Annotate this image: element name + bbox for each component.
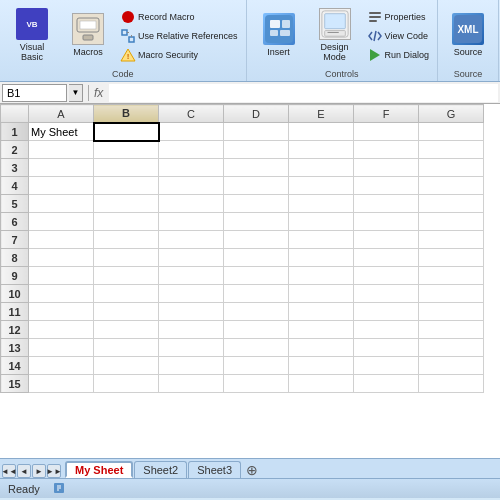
cell-G12[interactable]: [419, 321, 484, 339]
cell-A3[interactable]: [29, 159, 94, 177]
cell-E11[interactable]: [289, 303, 354, 321]
cell-D4[interactable]: [224, 177, 289, 195]
cell-D3[interactable]: [224, 159, 289, 177]
name-box[interactable]: B1: [2, 84, 67, 102]
cell-D13[interactable]: [224, 339, 289, 357]
cell-G6[interactable]: [419, 213, 484, 231]
row-header-1[interactable]: 1: [1, 123, 29, 141]
col-header-E[interactable]: E: [289, 105, 354, 123]
cell-D10[interactable]: [224, 285, 289, 303]
col-header-D[interactable]: D: [224, 105, 289, 123]
cell-A8[interactable]: [29, 249, 94, 267]
cell-A10[interactable]: [29, 285, 94, 303]
cell-B10[interactable]: [94, 285, 159, 303]
cell-F5[interactable]: [354, 195, 419, 213]
cell-A1[interactable]: My Sheet: [29, 123, 94, 141]
row-header-13[interactable]: 13: [1, 339, 29, 357]
cell-A2[interactable]: [29, 141, 94, 159]
cell-B7[interactable]: [94, 231, 159, 249]
cell-B15[interactable]: [94, 375, 159, 393]
col-header-G[interactable]: G: [419, 105, 484, 123]
cell-F8[interactable]: [354, 249, 419, 267]
cell-C8[interactable]: [159, 249, 224, 267]
cell-C12[interactable]: [159, 321, 224, 339]
cell-B4[interactable]: [94, 177, 159, 195]
cell-E10[interactable]: [289, 285, 354, 303]
sheet-tab-sheet3[interactable]: Sheet3: [188, 461, 241, 478]
cell-A13[interactable]: [29, 339, 94, 357]
design-mode-button[interactable]: Design Mode: [309, 4, 361, 66]
row-header-12[interactable]: 12: [1, 321, 29, 339]
row-header-15[interactable]: 15: [1, 375, 29, 393]
cell-E6[interactable]: [289, 213, 354, 231]
row-header-8[interactable]: 8: [1, 249, 29, 267]
cell-F4[interactable]: [354, 177, 419, 195]
cell-E12[interactable]: [289, 321, 354, 339]
cell-F1[interactable]: [354, 123, 419, 141]
cell-C15[interactable]: [159, 375, 224, 393]
cell-G15[interactable]: [419, 375, 484, 393]
cell-C5[interactable]: [159, 195, 224, 213]
row-header-6[interactable]: 6: [1, 213, 29, 231]
record-macro-button[interactable]: Record Macro: [118, 8, 240, 26]
cell-D14[interactable]: [224, 357, 289, 375]
cell-F7[interactable]: [354, 231, 419, 249]
spreadsheet-container[interactable]: A B C D E F G 1My Sheet23456789101112131…: [0, 104, 500, 458]
cell-B11[interactable]: [94, 303, 159, 321]
cell-D11[interactable]: [224, 303, 289, 321]
cell-F15[interactable]: [354, 375, 419, 393]
cell-E4[interactable]: [289, 177, 354, 195]
cell-C11[interactable]: [159, 303, 224, 321]
cell-C4[interactable]: [159, 177, 224, 195]
cell-E13[interactable]: [289, 339, 354, 357]
col-header-F[interactable]: F: [354, 105, 419, 123]
cell-B14[interactable]: [94, 357, 159, 375]
cell-D7[interactable]: [224, 231, 289, 249]
cell-D15[interactable]: [224, 375, 289, 393]
cell-E1[interactable]: [289, 123, 354, 141]
cell-F13[interactable]: [354, 339, 419, 357]
cell-E8[interactable]: [289, 249, 354, 267]
cell-E2[interactable]: [289, 141, 354, 159]
cell-E15[interactable]: [289, 375, 354, 393]
cell-E14[interactable]: [289, 357, 354, 375]
row-header-7[interactable]: 7: [1, 231, 29, 249]
cell-F10[interactable]: [354, 285, 419, 303]
nav-prev-button[interactable]: ◄: [17, 464, 31, 478]
properties-button[interactable]: Properties: [365, 8, 432, 26]
sheet-tab-mysheet[interactable]: My Sheet: [65, 461, 133, 478]
cell-D2[interactable]: [224, 141, 289, 159]
cell-C3[interactable]: [159, 159, 224, 177]
cell-F9[interactable]: [354, 267, 419, 285]
cell-C7[interactable]: [159, 231, 224, 249]
run-dialog-button[interactable]: Run Dialog: [365, 46, 432, 64]
cell-F3[interactable]: [354, 159, 419, 177]
cell-A15[interactable]: [29, 375, 94, 393]
insert-button[interactable]: Insert: [253, 4, 305, 66]
cell-D5[interactable]: [224, 195, 289, 213]
col-header-C[interactable]: C: [159, 105, 224, 123]
row-header-2[interactable]: 2: [1, 141, 29, 159]
cell-C13[interactable]: [159, 339, 224, 357]
view-code-button[interactable]: View Code: [365, 27, 432, 45]
cell-D6[interactable]: [224, 213, 289, 231]
cell-G2[interactable]: [419, 141, 484, 159]
nav-next-button[interactable]: ►: [32, 464, 46, 478]
cell-C14[interactable]: [159, 357, 224, 375]
cell-C1[interactable]: [159, 123, 224, 141]
cell-C9[interactable]: [159, 267, 224, 285]
cell-B3[interactable]: [94, 159, 159, 177]
cell-D8[interactable]: [224, 249, 289, 267]
relative-references-button[interactable]: Use Relative References: [118, 27, 240, 45]
cell-G5[interactable]: [419, 195, 484, 213]
cell-B13[interactable]: [94, 339, 159, 357]
name-box-dropdown[interactable]: ▼: [69, 84, 83, 102]
formula-input[interactable]: [109, 84, 498, 102]
cell-F11[interactable]: [354, 303, 419, 321]
cell-E5[interactable]: [289, 195, 354, 213]
cell-B8[interactable]: [94, 249, 159, 267]
row-header-9[interactable]: 9: [1, 267, 29, 285]
macros-button[interactable]: Macros: [62, 4, 114, 66]
cell-A7[interactable]: [29, 231, 94, 249]
cell-C2[interactable]: [159, 141, 224, 159]
